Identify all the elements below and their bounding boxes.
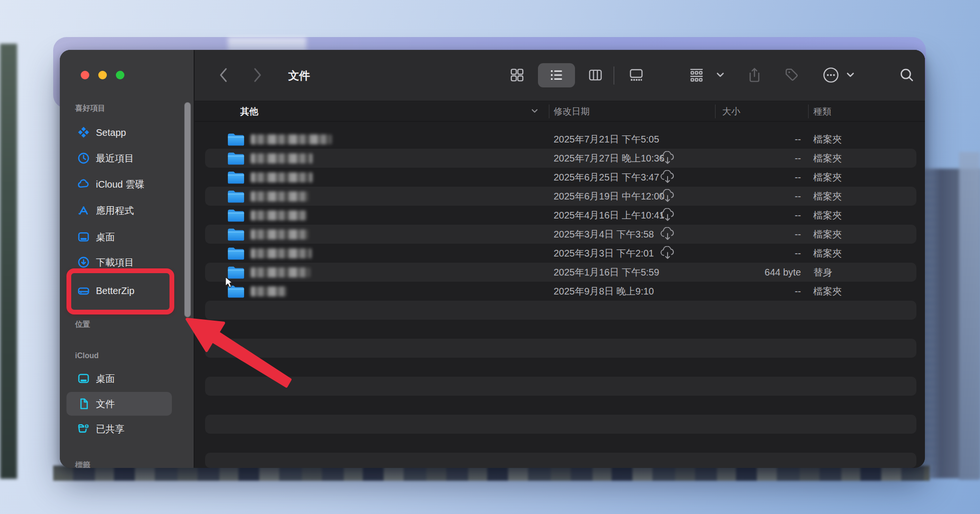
row-size: -- <box>715 282 801 301</box>
sidebar-item-icloud-drive[interactable]: iCloud 雲碟 <box>66 172 187 196</box>
document-icon <box>77 398 90 410</box>
sidebar-item-label: 桌面 <box>96 231 115 244</box>
file-name-blurred <box>251 248 311 258</box>
sidebar-item-icloud-desktop[interactable]: 桌面 <box>66 367 187 390</box>
toolbar-divider <box>613 67 614 85</box>
zoom-button[interactable] <box>116 71 124 79</box>
cloud-icon <box>77 178 90 190</box>
row-size: -- <box>715 206 801 225</box>
file-row[interactable]: 2025年1月16日 下午5:59 644 byte 替身 <box>195 263 925 282</box>
file-name-blurred <box>251 267 310 277</box>
file-row[interactable]: 2025年4月16日 上午10:41 -- 檔案夾 <box>195 206 925 225</box>
row-kind: 檔案夾 <box>813 244 842 263</box>
toolbar: 文件 <box>195 50 925 101</box>
file-row[interactable]: 2025年6月19日 中午12:00 -- 檔案夾 <box>195 187 925 206</box>
finder-window: 喜好項目 Setapp 最近項目 iCloud 雲碟 <box>60 50 925 468</box>
list-column-headers: 其他 修改日期 大小 種類 <box>195 101 925 122</box>
file-row[interactable]: 2025年7月27日 晚上10:36 -- 檔案夾 <box>195 149 925 168</box>
desktop-icon <box>77 372 90 385</box>
row-size: -- <box>715 168 801 187</box>
folder-icon <box>227 227 245 241</box>
row-date-modified: 2025年6月25日 下午3:47 <box>554 168 659 187</box>
sidebar-item-recents[interactable]: 最近項目 <box>66 146 187 170</box>
sidebar-item-label: Setapp <box>96 127 126 138</box>
row-size: -- <box>715 244 801 263</box>
minimize-button[interactable] <box>98 71 107 79</box>
sidebar-scrollbar[interactable] <box>184 102 191 317</box>
folder-icon <box>227 265 245 279</box>
file-row[interactable]: 2025年7月21日 下午5:05 -- 檔案夾 <box>195 130 925 149</box>
file-name-blurred <box>251 191 309 201</box>
cloud-download-icon[interactable] <box>659 227 676 241</box>
sidebar-item-label: 下載項目 <box>96 256 134 269</box>
folder-icon <box>227 132 245 146</box>
row-kind: 檔案夾 <box>813 206 842 225</box>
row-date-modified: 2025年3月3日 下午2:01 <box>554 244 654 263</box>
sidebar-item-applications[interactable]: 應用程式 <box>66 199 187 222</box>
row-date-modified: 2025年7月27日 晚上10:36 <box>554 149 664 168</box>
file-row[interactable]: 2025年3月4日 下午3:58 -- 檔案夾 <box>195 225 925 244</box>
row-size: -- <box>715 187 801 206</box>
sidebar-section-icloud: iCloud <box>75 352 99 360</box>
row-kind: 檔案夾 <box>813 225 842 244</box>
clock-icon <box>77 152 90 164</box>
sidebar-section-tags: 標籤 <box>75 460 90 468</box>
file-row[interactable]: 2025年3月3日 下午2:01 -- 檔案夾 <box>195 244 925 263</box>
folder-icon <box>227 208 245 222</box>
back-button[interactable] <box>218 67 229 83</box>
empty-row-stripe <box>205 377 916 396</box>
chevron-down-icon[interactable] <box>847 73 854 78</box>
sidebar-section-locations: 位置 <box>75 320 90 330</box>
row-size: -- <box>715 149 801 168</box>
file-name-blurred <box>251 134 331 144</box>
row-kind: 檔案夾 <box>813 168 842 187</box>
file-name-blurred <box>251 153 312 163</box>
row-size: -- <box>715 130 801 149</box>
sidebar-item-label: 應用程式 <box>96 204 134 217</box>
column-header-other[interactable]: 其他 <box>240 101 258 122</box>
sidebar-item-label: 桌面 <box>96 372 115 385</box>
close-button[interactable] <box>81 71 89 79</box>
empty-row-stripe <box>205 415 916 434</box>
file-row[interactable]: 2025年6月25日 下午3:47 -- 檔案夾 <box>195 168 925 187</box>
sidebar-item-setapp[interactable]: Setapp <box>66 121 187 144</box>
row-date-modified: 2025年4月16日 上午10:41 <box>554 206 664 225</box>
share-button[interactable] <box>747 67 762 83</box>
sidebar-item-desktop[interactable]: 桌面 <box>66 225 187 249</box>
list-view-button[interactable] <box>549 68 564 82</box>
chevron-down-icon[interactable] <box>716 73 724 78</box>
column-divider[interactable] <box>808 105 809 118</box>
sidebar-item-shared[interactable]: 已共享 <box>66 417 187 441</box>
row-kind: 檔案夾 <box>813 282 842 301</box>
sidebar-item-label: iCloud 雲碟 <box>96 178 144 191</box>
icon-view-button[interactable] <box>510 68 524 82</box>
chevron-down-icon[interactable] <box>531 109 538 114</box>
column-divider[interactable] <box>715 105 716 118</box>
sidebar-item-documents[interactable]: 文件 <box>66 392 172 416</box>
gallery-view-button[interactable] <box>629 68 643 82</box>
column-view-button[interactable] <box>588 68 603 82</box>
window-title: 文件 <box>266 50 332 101</box>
tag-button[interactable] <box>784 67 800 83</box>
main-area: 文件 <box>195 50 925 468</box>
row-kind: 替身 <box>813 263 832 282</box>
group-by-button[interactable] <box>689 67 704 83</box>
sidebar-item-label: 已共享 <box>96 423 124 436</box>
row-date-modified: 2025年9月8日 晚上9:10 <box>554 282 654 301</box>
file-name-blurred <box>251 172 312 182</box>
desktop-wallpaper: 喜好項目 Setapp 最近項目 iCloud 雲碟 <box>0 0 980 514</box>
search-button[interactable] <box>899 67 915 83</box>
folder-icon <box>227 246 245 260</box>
cloud-download-icon[interactable] <box>659 246 676 260</box>
row-date-modified: 2025年3月4日 下午3:58 <box>554 225 654 244</box>
column-divider[interactable] <box>549 105 549 118</box>
forward-button[interactable] <box>252 67 263 83</box>
column-header-date-modified[interactable]: 修改日期 <box>554 101 590 122</box>
file-name-blurred <box>251 229 309 239</box>
cloud-download-icon[interactable] <box>659 170 676 184</box>
column-header-kind[interactable]: 種類 <box>813 101 831 122</box>
file-row[interactable]: 2025年9月8日 晚上9:10 -- 檔案夾 <box>195 282 925 301</box>
folder-icon <box>227 189 245 203</box>
column-header-size[interactable]: 大小 <box>722 101 740 122</box>
more-options-button[interactable] <box>822 67 839 84</box>
